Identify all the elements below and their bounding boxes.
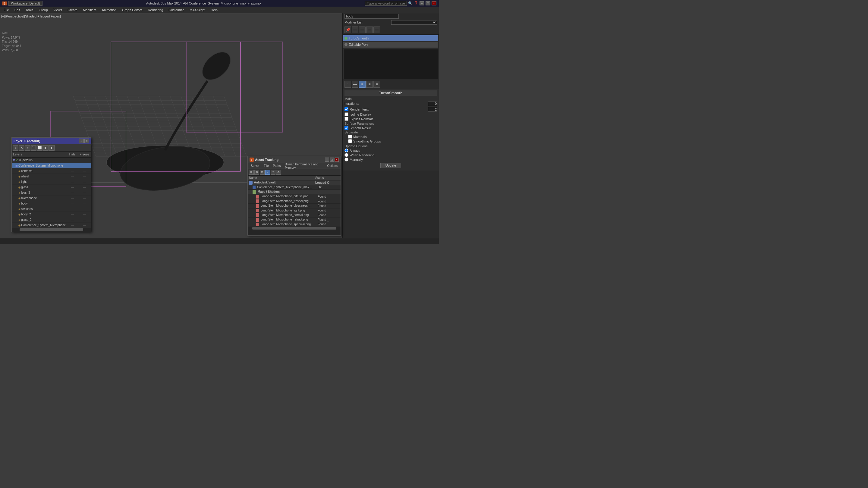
app-title: Autodesk 3ds Max 2014 x64 Conference_Sys… [42,1,365,5]
layer-panel-scrollbar[interactable] [12,228,91,232]
ts-explicit-normals-checkbox[interactable] [344,117,348,121]
ts-render-iters-input[interactable] [428,107,437,112]
rp-icon-delete[interactable]: — [352,81,358,88]
ts-materials-checkbox[interactable] [348,135,352,138]
layer-row-light[interactable]: ◈ light — — [12,179,91,185]
menu-rendering[interactable]: Rendering [146,7,166,12]
rp-icon-active[interactable]: ≡ [359,81,366,88]
asset-row-specular[interactable]: Long-Stem Microphone_specular.png Found [248,222,341,227]
lp-tool-6[interactable]: ▶ [43,145,49,151]
maximize-button[interactable]: □ [426,1,430,5]
asset-row-glossiness[interactable]: Long-Stem Microphone_glossiness.png Foun… [248,204,341,208]
menu-file[interactable]: File [1,7,11,12]
ap-tool-5[interactable]: ? [271,170,276,175]
menu-tools[interactable]: Tools [23,7,36,12]
modifier-list-select[interactable] [391,20,437,25]
menu-modifiers[interactable]: Modifiers [81,7,99,12]
menu-customize[interactable]: Customize [166,7,187,12]
menu-edit[interactable]: Edit [12,7,23,12]
rp-icon-configure[interactable]: ≡ [366,81,373,88]
layer-row-microphone[interactable]: ◈ microphone — — [12,195,91,201]
layer-row-conf-sys-mic[interactable]: ◈ Conference_System_Microphone — — [12,223,91,228]
lp-tool-1[interactable]: ≡ [13,145,19,151]
asset-scrollbar-h[interactable] [248,227,341,230]
layer-row-glass[interactable]: ◈ glass — — [12,185,91,190]
lp-tool-2[interactable]: ✕ [19,145,24,151]
ts-isoline-checkbox[interactable] [344,112,348,116]
layer-row-conference[interactable]: ⊞ Conference_System_Microphone — — [12,163,91,168]
mod-icon-line2[interactable]: — [359,27,366,33]
workspace-selector[interactable]: Workspace: Default [8,1,43,6]
asset-menu-file[interactable]: File [262,164,270,168]
rp-modifier-list-row: Modifier List [343,19,439,25]
asset-maximize-btn[interactable]: □ [330,158,334,162]
layer-row-contacts[interactable]: ◈ contacts — — [12,168,91,174]
asset-row-normal[interactable]: Long-Stem Microphone_normal.png Found [248,213,341,217]
ap-tool-4[interactable]: ≡ [265,170,270,175]
layer-row-body[interactable]: ◈ body — — [12,201,91,206]
asset-menu-server[interactable]: Server [249,164,261,168]
object-name-input[interactable] [344,14,399,19]
ts-always-radio[interactable] [344,149,348,153]
ts-render-iters-checkbox[interactable] [344,107,348,111]
ap-tool-3[interactable]: ⊠ [260,170,265,175]
layer-row-wheel[interactable]: ◈ wheel — — [12,174,91,179]
mod-icon-line3[interactable]: — [366,27,373,33]
asset-row-light[interactable]: Long-Stem Microphone_light.png Found [248,208,341,213]
menu-views[interactable]: Views [51,7,64,12]
mod-turbosmooth[interactable]: TurboSmooth [343,35,438,41]
menu-group[interactable]: Group [36,7,50,12]
ts-render-iters-check: Render Iters: [344,107,369,111]
layer-row-body2[interactable]: ◈ body_2 — — [12,212,91,217]
layer-row-glass2[interactable]: ◈ glass_2 — — [12,217,91,223]
mod-icon-pin[interactable]: 📌 [344,27,351,33]
ts-smooth-result-checkbox[interactable] [344,126,348,130]
asset-normal-status: Found [314,213,341,217]
ap-tool-1[interactable]: ⊞ [249,170,254,175]
ap-tool-6[interactable]: ⚙ [276,170,281,175]
menu-animation[interactable]: Animation [99,7,119,12]
help-icon[interactable]: ❓ [414,1,418,5]
layer-panel-help[interactable]: ? [79,138,84,143]
lp-tool-5[interactable]: ⬜ [37,145,42,151]
menu-create[interactable]: Create [65,7,80,12]
asset-row-fresnel[interactable]: Long-Stem Microphone_fresnel.png Found [248,199,341,203]
menu-help[interactable]: Help [208,7,220,12]
lp-tool-4[interactable]: ⬛ [31,145,36,151]
layer-row-legs3[interactable]: ◈ legs_3 — — [12,190,91,195]
asset-row-vault[interactable]: Autodesk Vault Logged O [248,181,341,185]
ts-iterations-input[interactable] [428,101,437,106]
ts-smoothing-groups-checkbox[interactable] [348,139,352,143]
ts-when-rendering-radio[interactable] [344,153,348,157]
search-input[interactable] [365,1,407,6]
minimize-button[interactable]: − [420,1,424,5]
mod-icon-line[interactable]: — [352,27,358,33]
rp-icon-pin2[interactable]: ≡ [373,81,380,88]
asset-menu-paths[interactable]: Paths [271,164,283,168]
asset-menu-bitmap-perf[interactable]: Bitmap Performance and Memory [283,162,324,170]
rp-icon-make-unique[interactable]: ↑ [344,81,351,88]
mod-icon-line4[interactable]: — [373,27,380,33]
ts-manually-radio[interactable] [344,158,348,161]
asset-row-diffuse[interactable]: Long-Stem Microphone_diffuse.png Found [248,194,341,199]
close-button[interactable]: × [432,1,436,5]
menu-maxscript[interactable]: MAXScript [187,7,208,12]
asset-row-maxfile[interactable]: Conference_System_Microphone_max_vray.ma… [248,185,341,190]
ts-main-section: Main [344,97,437,101]
ts-update-button[interactable]: Update [380,163,401,168]
menu-graph-editors[interactable]: Graph Editors [120,7,145,12]
lp-tool-7[interactable]: ▶ [49,145,55,151]
lp-tool-3[interactable]: + [25,145,30,151]
asset-minimize-btn[interactable]: — [325,158,329,162]
layer-panel-close[interactable]: × [84,138,89,143]
layer-row-switches[interactable]: ◈ switches — — [12,206,91,212]
layer-row-default[interactable]: ⊞ ✓ 0 (default) [12,158,91,163]
asset-row-refract[interactable]: Long-Stem Microphone_refract.png Found _ [248,218,341,222]
asset-close-btn[interactable]: × [335,158,339,162]
asset-menu-options[interactable]: Options [326,164,339,168]
ap-tool-2[interactable]: ⊟ [254,170,259,175]
modifier-stack: TurboSmooth Editable Poly [343,35,439,48]
mod-editable-poly[interactable]: Editable Poly [343,41,438,47]
search-icon[interactable]: 🔍 [408,1,412,5]
asset-row-maps-folder[interactable]: Maps / Shaders [248,190,341,194]
